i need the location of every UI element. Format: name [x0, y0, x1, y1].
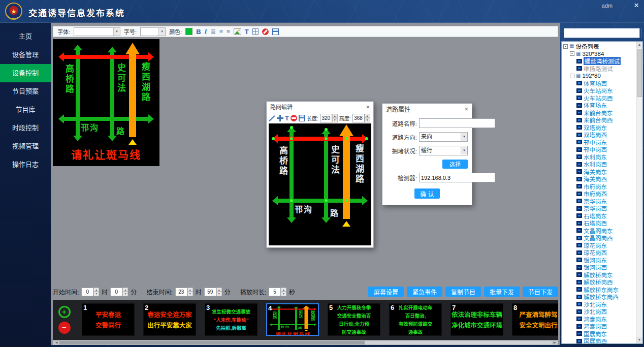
tree-device-item[interactable]: 京华岗西: [563, 205, 635, 212]
tree-device-item[interactable]: 双塔岗西: [563, 131, 635, 139]
tree-node-320*384[interactable]: -▦320*384: [563, 50, 635, 58]
tree-device-item[interactable]: 海关岗西: [563, 175, 635, 183]
tree-device-item[interactable]: 水利岗东: [563, 153, 635, 161]
spin-down-icon[interactable]: ▼: [216, 292, 222, 296]
tree-device-item[interactable]: 来鹤台岗西: [563, 116, 635, 124]
program-thumb-1[interactable]: 1平安春运交警同行: [82, 303, 135, 336]
close-icon[interactable]: ×: [464, 105, 468, 113]
sidebar-item-主页[interactable]: 主页: [0, 27, 51, 46]
horizontal-scrollbar[interactable]: ◀ ▶: [53, 340, 558, 345]
scroll-right-icon[interactable]: ▶: [552, 341, 558, 344]
align-right-icon[interactable]: ≡: [227, 28, 230, 35]
save-icon[interactable]: [299, 115, 305, 121]
color-swatch[interactable]: [185, 28, 192, 35]
search-input[interactable]: [564, 28, 640, 38]
end-minute-spinner[interactable]: 59 ▲▼: [204, 288, 222, 296]
spin-up-icon[interactable]: ▲: [332, 114, 338, 118]
tree-device-item[interactable]: 文昌阁岗西: [563, 234, 635, 242]
tree-device-item[interactable]: 螺丝湾桥测试: [563, 57, 635, 65]
sidebar-item-节目库[interactable]: 节目库: [0, 101, 51, 119]
scroll-left-icon[interactable]: ◀: [53, 341, 59, 344]
spin-up-icon[interactable]: ▲: [365, 114, 370, 118]
tree-device-item[interactable]: 市府岗西: [563, 190, 635, 198]
layout-grid-icon[interactable]: [252, 28, 259, 35]
tree-device-item[interactable]: 琼花岗西: [563, 249, 635, 257]
insert-image-icon[interactable]: [234, 28, 241, 35]
program-thumb-7[interactable]: 7依法治理非标车辆净化城市交通环境: [450, 303, 503, 336]
tree-device-item[interactable]: 体育场西: [563, 80, 635, 87]
spin-down-icon[interactable]: ▼: [281, 292, 286, 296]
select-button[interactable]: 选择: [442, 160, 468, 169]
tree-device-item[interactable]: 水利岗西: [563, 161, 635, 168]
scrollbar-thumb[interactable]: [637, 49, 642, 97]
tree-device-item[interactable]: 邗中岗西: [563, 146, 635, 153]
tree-device-item[interactable]: 沙北岗东: [563, 301, 635, 308]
close-icon[interactable]: ×: [366, 103, 370, 111]
tree-device-item[interactable]: 京华岗东: [563, 198, 635, 205]
save-icon[interactable]: [272, 28, 279, 35]
tree-device-item[interactable]: 文昌阁岗东: [563, 227, 635, 235]
draw-line-icon[interactable]: [269, 115, 275, 121]
tree-expander-icon[interactable]: -: [570, 74, 574, 78]
tree-device-item[interactable]: 银河岗西: [563, 264, 635, 271]
scrollbar-thumb[interactable]: [59, 341, 365, 344]
tree-device-item[interactable]: 市府岗东: [563, 183, 635, 191]
tree-device-item[interactable]: 双塔岗东: [563, 124, 635, 132]
tree-device-item[interactable]: 解放桥东岗西: [563, 293, 635, 301]
search-button[interactable]: [641, 28, 642, 38]
font-select[interactable]: ▼: [74, 27, 120, 36]
align-center-icon[interactable]: ≡: [219, 28, 223, 35]
program-thumb-6[interactable]: 6扎实开展电动车百日整治,有效预防道路交通事故: [389, 303, 442, 336]
program-thumb-5[interactable]: 5大力开展秋冬季交通安全整治百日行动,全力预防交通事故: [328, 303, 380, 336]
road-editor-canvas[interactable]: 高桥路史可法瘦西湖路邗沟路: [269, 123, 371, 245]
bold-button[interactable]: B: [196, 28, 201, 36]
edit-handle-dot[interactable]: [290, 199, 293, 202]
tree-device-item[interactable]: 国展岗西: [563, 337, 635, 343]
spin-up-icon[interactable]: ▲: [216, 288, 222, 292]
length-spinner[interactable]: 320 ▲▼: [320, 114, 338, 122]
tree-node-设备列表[interactable]: -▦设备列表: [563, 43, 635, 50]
spin-up-icon[interactable]: ▲: [187, 288, 193, 292]
edit-handle-dot[interactable]: [345, 199, 348, 202]
tree-device-item[interactable]: 体育场东: [563, 102, 635, 109]
spin-down-icon[interactable]: ▼: [187, 292, 193, 296]
start-minute-spinner[interactable]: 0 ▲▼: [110, 288, 128, 296]
vertical-scrollbar[interactable]: ▲ ▼: [636, 42, 642, 343]
action-button-紧急事件[interactable]: 紧急事件: [407, 287, 442, 297]
remove-icon[interactable]: [291, 115, 297, 121]
edit-handle-dot[interactable]: [290, 137, 293, 140]
add-program-button[interactable]: +: [58, 306, 71, 318]
program-thumb-8[interactable]: 8严查酒驾醉驾安全文明出行: [512, 303, 558, 336]
tree-device-item[interactable]: 解放桥东岗东: [563, 286, 635, 294]
action-button-屏幕设置[interactable]: 屏幕设置: [368, 287, 404, 297]
sidebar-item-视频管理[interactable]: 视频管理: [0, 137, 51, 155]
spin-up-icon[interactable]: ▲: [281, 288, 286, 292]
tree-expander-icon[interactable]: -: [563, 44, 568, 49]
action-button-节目下发[interactable]: 节目下发: [523, 287, 558, 297]
edit-handle-dot[interactable]: [272, 137, 275, 140]
action-button-批量下发[interactable]: 批量下发: [484, 287, 520, 297]
sidebar-item-设备管理[interactable]: 设备管理: [0, 46, 51, 64]
sidebar-item-设备控制[interactable]: 设备控制: [0, 64, 51, 82]
sidebar-item-节目预案[interactable]: 节目预案: [0, 82, 51, 101]
tree-device-item[interactable]: 银河岗东: [563, 257, 635, 264]
tree-device-item[interactable]: 海关岗东: [563, 168, 635, 176]
size-select[interactable]: ▼: [140, 27, 166, 36]
confirm-button[interactable]: 确 认: [414, 188, 439, 199]
text-tool-button[interactable]: T: [245, 28, 249, 36]
tree-device-item[interactable]: 火车站岗东: [563, 87, 635, 94]
text-tool-button[interactable]: T: [285, 114, 289, 122]
end-hour-spinner[interactable]: 23 ▲▼: [175, 288, 193, 296]
program-thumb-2[interactable]: 2春运安全连万家出行平安靠大家: [143, 303, 196, 336]
tree-device-item[interactable]: 沙北岗西: [563, 308, 635, 316]
spin-down-icon[interactable]: ▼: [122, 292, 128, 296]
tree-device-item[interactable]: 国展岗东: [563, 330, 635, 338]
tree-device-item[interactable]: 来鹤台岗东: [563, 109, 635, 117]
italic-button[interactable]: I: [205, 27, 207, 36]
edit-handle-dot[interactable]: [345, 137, 348, 140]
tree-expander-icon[interactable]: -: [570, 51, 574, 56]
spin-up-icon[interactable]: ▲: [122, 288, 128, 292]
duration-spinner[interactable]: 5 ▲▼: [269, 288, 286, 296]
tree-device-item[interactable]: 火车站岗西: [563, 94, 635, 102]
road-name-input[interactable]: [419, 118, 495, 128]
